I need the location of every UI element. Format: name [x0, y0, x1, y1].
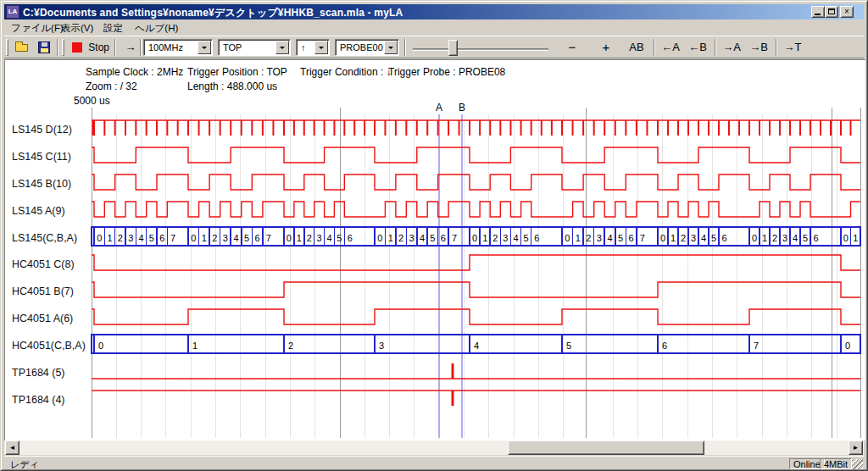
toolbar-grip[interactable] — [62, 39, 64, 56]
bus-value: 3 — [317, 233, 322, 243]
horizontal-scrollbar[interactable]: ◄ ► — [4, 441, 864, 455]
channel-label: LS145 B(10) — [12, 178, 71, 190]
waveform-plot[interactable]: LS145 D(12)LS145 C(11)LS145 B(10)LS145 A… — [4, 59, 865, 441]
dropdown-arrow-icon[interactable] — [314, 41, 328, 54]
save-file-button[interactable] — [35, 38, 53, 57]
close-button[interactable]: × — [840, 6, 854, 18]
zoom-slider-thumb[interactable] — [448, 40, 458, 56]
bus-value: 6 — [348, 233, 353, 243]
trigger-edge-value: ↑ — [301, 42, 306, 53]
bus-value: 7 — [266, 233, 271, 243]
bus-value: 3 — [409, 233, 415, 243]
toolbar-separator — [57, 39, 58, 56]
trigger-position-combo[interactable]: TOP — [218, 39, 291, 56]
scroll-right-button[interactable]: ► — [849, 441, 863, 455]
bus-value: 4 — [513, 233, 518, 243]
menu-help[interactable]: ヘルプ(H) — [131, 20, 181, 36]
zoom-in-button[interactable]: + — [598, 38, 615, 57]
bus-value: 4 — [326, 233, 331, 243]
bus-value: 1 — [670, 233, 676, 243]
bus-segment — [749, 335, 841, 353]
dropdown-arrow-icon[interactable] — [275, 41, 289, 54]
bus-value: 7 — [170, 233, 175, 243]
channel-label: LS145 D(12) — [12, 124, 72, 136]
maximize-icon — [828, 8, 835, 14]
bus-segment — [841, 335, 860, 353]
bus-value: 3 — [223, 233, 228, 243]
bus-value: 3 — [379, 341, 384, 351]
scrollbar-thumb[interactable] — [508, 441, 704, 455]
trigger-probe-value: PROBE00 — [340, 42, 383, 53]
menu-settings[interactable]: 設定 — [100, 20, 126, 36]
bus-value: 5 — [618, 233, 623, 243]
maximize-button[interactable] — [825, 6, 838, 18]
menu-view[interactable]: 表示(V) — [58, 20, 97, 36]
zoom-ab-button[interactable]: AB — [625, 38, 648, 57]
bus-value: 6 — [629, 233, 634, 243]
resize-grip-icon[interactable] — [852, 459, 863, 469]
digital-waveform — [92, 202, 860, 217]
bus-value: 5 — [803, 233, 808, 243]
dropdown-arrow-icon[interactable] — [384, 41, 398, 54]
bus-segment — [375, 335, 470, 353]
bus-value: 4 — [701, 233, 706, 243]
bus-value: 0 — [287, 233, 292, 243]
toolbar-separator — [114, 39, 116, 56]
open-file-button[interactable] — [13, 38, 31, 57]
sample-clock-combo[interactable]: 100MHz — [143, 39, 213, 56]
zoom-out-button[interactable]: − — [564, 38, 581, 57]
channel-label: HC4051 B(7) — [12, 285, 74, 297]
channel-label: HC4051 C(8) — [12, 258, 75, 270]
bus-value: 1 — [107, 233, 112, 243]
bus-value: 2 — [212, 233, 217, 243]
scroll-right-icon: ► — [853, 444, 860, 452]
bus-value: 0 — [191, 233, 196, 243]
goto-a-right-button[interactable]: →A — [720, 38, 743, 57]
bus-value: 4 — [793, 233, 798, 243]
goto-a-left-button[interactable]: ←A — [659, 38, 682, 57]
bus-value: 5 — [711, 233, 716, 243]
bus-value: 3 — [503, 233, 508, 243]
digital-waveform — [92, 255, 860, 270]
goto-b-left-button[interactable]: ←B — [686, 38, 709, 57]
run-button[interactable]: → — [120, 38, 142, 57]
goto-trigger-button[interactable]: →T — [781, 38, 804, 57]
digital-waveform — [92, 175, 860, 190]
trigger-probe-combo[interactable]: PROBE00 — [335, 39, 399, 56]
bus-value: 3 — [597, 233, 602, 243]
bus-value: 6 — [441, 233, 446, 243]
bus-value: 6 — [662, 341, 667, 351]
bus-value: 5 — [244, 233, 249, 243]
bus-value: 0 — [472, 233, 477, 243]
bus-value: 6 — [722, 233, 727, 243]
bus-value: 2 — [118, 233, 123, 243]
minimize-button[interactable] — [811, 6, 825, 18]
bus-value: 5 — [149, 233, 154, 243]
desktop: LA C:¥Documents and Settings¥noname¥デスクト… — [0, 0, 868, 471]
bus-value: 2 — [492, 233, 498, 243]
channel-label: LS145 A(9) — [12, 205, 65, 217]
open-folder-icon — [15, 44, 28, 52]
waveform-client-area: Sample Clock : 2MHz Trigger Position : T… — [4, 59, 865, 441]
scroll-left-button[interactable]: ◄ — [5, 441, 19, 455]
toolbar-grip[interactable] — [6, 39, 8, 56]
bus-value: 6 — [159, 233, 164, 243]
close-icon: × — [844, 7, 849, 16]
titlebar[interactable]: LA C:¥Documents and Settings¥noname¥デスクト… — [4, 4, 864, 19]
bus-value: 0 — [565, 233, 570, 243]
stop-button[interactable]: Stop — [69, 38, 109, 57]
bus-value: 3 — [128, 233, 133, 243]
zoom-slider-track[interactable] — [413, 48, 548, 51]
minimize-icon — [815, 14, 821, 15]
digital-waveform — [92, 309, 860, 324]
bus-value: 1 — [853, 233, 858, 243]
goto-b-right-button[interactable]: →B — [747, 38, 771, 57]
trigger-edge-combo[interactable]: ↑ — [296, 39, 330, 56]
bus-value: 7 — [640, 233, 645, 243]
dropdown-arrow-icon[interactable] — [198, 41, 211, 54]
bus-value: 3 — [782, 233, 787, 243]
bus-value: 0 — [660, 233, 665, 243]
bus-value: 6 — [814, 233, 819, 243]
channel-label: HC4051 A(6) — [12, 313, 73, 324]
app-icon: LA — [6, 5, 19, 19]
